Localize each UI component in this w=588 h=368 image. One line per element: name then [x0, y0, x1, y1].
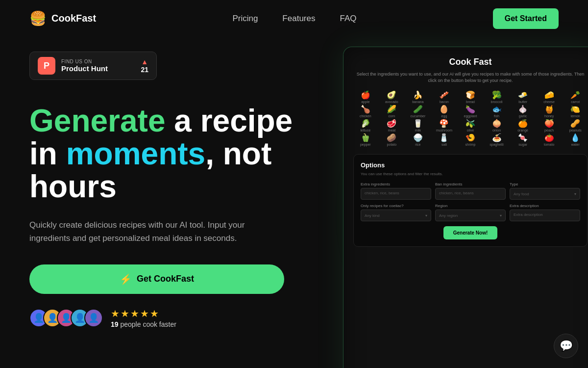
generate-button[interactable]: Generate Now! — [443, 226, 498, 239]
ingredient-item[interactable]: 🍎 apple — [353, 91, 378, 104]
ingredient-emoji: 🧈 — [518, 91, 528, 99]
ingredient-emoji: 🥬 — [361, 120, 370, 128]
get-started-button[interactable]: Get Started — [493, 8, 559, 29]
ingredient-item[interactable]: 🍯 honey — [537, 105, 562, 118]
ingredient-label: bread — [466, 100, 475, 104]
ingredient-item[interactable]: 🫒 olive — [458, 120, 483, 132]
ingredient-emoji: 🥒 — [413, 105, 423, 113]
ingredient-item[interactable]: 🍚 rice — [406, 134, 430, 146]
ingredient-item[interactable]: 🍑 peach — [537, 120, 562, 132]
ingredient-item[interactable]: 🍝 spaghetti — [485, 134, 509, 146]
coeliac-label: Only recipes for coeliac? — [361, 204, 431, 208]
ingredient-label: carrot — [571, 100, 580, 104]
ingredient-emoji: 🍅 — [544, 134, 554, 142]
cta-button[interactable]: ⚡ Get CookFast — [29, 264, 284, 294]
ingredient-emoji: 🍯 — [544, 105, 554, 113]
hero-heading-not: , not — [205, 136, 271, 171]
ingredient-item[interactable]: 💧 water — [563, 134, 588, 146]
region-label: Region — [435, 204, 506, 208]
ingredient-item[interactable]: 🍤 shrimp — [458, 134, 483, 146]
ingredient-label: orange — [517, 129, 528, 132]
ingredient-emoji: 🍗 — [361, 105, 370, 113]
hero-heading: Generate a recipe in moments, not hours — [29, 105, 318, 204]
type-select[interactable]: Any food ▾ — [510, 188, 580, 200]
hero-heading-recipe: a recipe — [165, 103, 293, 138]
hero-heading-in: in — [29, 136, 66, 171]
cta-label: Get CookFast — [137, 274, 194, 284]
extra-ingredients-input[interactable]: chicken, rice, beans — [361, 188, 431, 200]
ingredient-item[interactable]: 🧈 butter — [511, 91, 535, 104]
ingredient-label: salt — [441, 143, 447, 146]
ingredient-item[interactable]: 🥑 avocado — [380, 91, 404, 104]
main-content: P FIND US ON Product Hunt ▲ 21 Generate … — [0, 37, 588, 368]
ingredient-item[interactable]: 🥓 bacon — [432, 91, 457, 104]
ingredient-label: onion — [492, 129, 501, 132]
app-screenshot-container: Cook Fast Select the ingredients you wan… — [328, 22, 588, 368]
social-proof: 👤 👤 👤 👤 👤 ★★★★★ 19 people cook faster — [29, 308, 318, 328]
extra-desc-input[interactable]: Extra description — [510, 210, 580, 221]
ban-ingredients-field: Ban ingredients chicken, rice, beans — [435, 182, 506, 200]
ingredient-label: shrimp — [465, 143, 475, 146]
ingredient-emoji: 🧀 — [544, 91, 554, 99]
ingredient-label: peach — [544, 129, 554, 132]
app-screenshot: Cook Fast Select the ingredients you wan… — [328, 22, 588, 368]
ingredient-emoji: 🍚 — [413, 134, 423, 142]
avatar-5: 👤 — [84, 309, 103, 327]
ingredient-emoji: 🍬 — [518, 134, 528, 142]
chat-bubble[interactable]: 💬 — [554, 334, 578, 358]
ingredient-item[interactable]: 🍌 banana — [406, 91, 430, 104]
ingredient-label: egg — [441, 114, 447, 118]
ingredient-label: cucumber — [411, 114, 426, 118]
ingredient-item[interactable]: 🌽 corn — [380, 105, 404, 118]
ingredient-item[interactable]: 🧀 cheese — [537, 91, 562, 104]
ingredient-item[interactable]: 🍬 sugar — [511, 134, 535, 146]
ban-ingredients-label: Ban ingredients — [435, 182, 506, 186]
product-hunt-text: FIND US ON Product Hunt — [61, 59, 135, 73]
ingredient-item[interactable]: 🥒 cucumber — [406, 105, 430, 118]
ingredient-item[interactable]: 🍞 bread — [458, 91, 483, 104]
ingredient-item[interactable]: 🐟 fish — [485, 105, 509, 118]
nav-link-pricing[interactable]: Pricing — [232, 14, 258, 24]
ingredient-item[interactable]: 🥔 potato — [380, 134, 404, 146]
upvote-arrow-icon: ▲ — [141, 58, 148, 66]
ingredient-item[interactable]: 🥩 meat — [380, 120, 404, 132]
ingredient-emoji: 🥜 — [570, 120, 580, 128]
ingredient-item[interactable]: 🥕 carrot — [563, 91, 588, 104]
ingredient-label: spaghetti — [490, 143, 503, 146]
ingredient-emoji: 🌽 — [387, 105, 396, 113]
ingredient-item[interactable]: 🥬 lettuce — [353, 120, 378, 132]
hero-heading-generate: Generate — [29, 103, 165, 138]
ingredient-emoji: 🍋 — [570, 105, 580, 113]
app-card-subtitle: Select the ingredients you want to use, … — [353, 71, 588, 83]
ingredient-item[interactable]: 🥚 egg — [432, 105, 457, 118]
ingredient-item[interactable]: 🥜 peanuts — [563, 120, 588, 132]
ingredient-emoji: 🥓 — [439, 91, 449, 99]
ingredient-item[interactable]: 🍋 lemon — [563, 105, 588, 118]
ingredient-item[interactable]: 🧅 onion — [485, 120, 509, 132]
product-hunt-badge[interactable]: P FIND US ON Product Hunt ▲ 21 — [29, 52, 157, 80]
ingredient-label: olive — [467, 129, 474, 132]
region-select[interactable]: Any region ▾ — [435, 210, 506, 221]
ingredient-item[interactable]: 🥦 broccoli — [485, 91, 509, 104]
ingredient-item[interactable]: 🧄 garlic — [511, 105, 535, 118]
ingredient-item[interactable]: 🍅 tomato — [537, 134, 562, 146]
ingredient-item[interactable]: 🥛 milk — [406, 120, 430, 132]
ingredient-item[interactable]: 🍗 chicken — [353, 105, 378, 118]
logo[interactable]: 🍔 CookFast — [29, 10, 96, 26]
ingredient-emoji: 💧 — [570, 134, 580, 142]
ingredient-label: cheese — [543, 100, 555, 104]
nav-link-faq[interactable]: FAQ — [340, 14, 356, 24]
coeliac-select[interactable]: Any kind ▾ — [361, 210, 431, 221]
ingredient-label: corn — [389, 114, 395, 118]
ingredient-item[interactable]: 🍊 orange — [511, 120, 535, 132]
nav-link-features[interactable]: Features — [282, 14, 315, 24]
ingredient-label: milk — [415, 129, 421, 132]
ingredient-item[interactable]: 🫑 pepper — [353, 134, 378, 146]
ingredient-label: water — [571, 143, 580, 146]
ingredient-item[interactable]: 🍄 mushroom — [432, 120, 457, 132]
ban-ingredients-input[interactable]: chicken, rice, beans — [435, 188, 506, 200]
ingredient-item[interactable]: 🍆 eggplant — [458, 105, 483, 118]
ingredient-emoji: 🍞 — [466, 91, 475, 99]
ingredient-item[interactable]: 🧂 salt — [432, 134, 457, 146]
hero-heading-hours: hours — [29, 169, 117, 204]
